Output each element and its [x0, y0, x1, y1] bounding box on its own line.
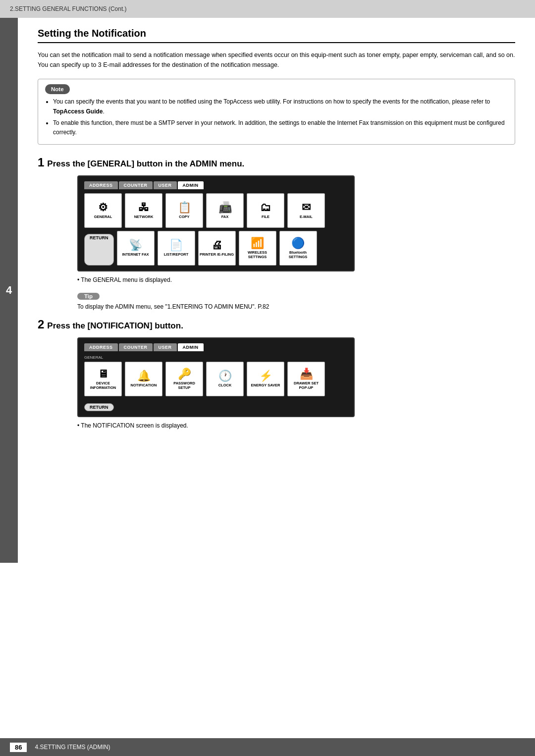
note-box: Note You can specify the events that you…: [38, 79, 515, 145]
icon-clock[interactable]: 🕐 CLOCK: [206, 362, 244, 396]
icon-notification[interactable]: 🔔 NOTIFICATION: [125, 362, 162, 396]
icon-network[interactable]: 🖧 NETWORK: [125, 193, 162, 228]
icon-bluetooth[interactable]: 🔵 Bluetooth SETTINGS: [279, 231, 317, 266]
tab-counter[interactable]: COUNTER: [119, 181, 153, 189]
icon-device-info[interactable]: 🖥 DEVICE INFORMATION: [84, 362, 122, 396]
note-label: Note: [45, 84, 70, 94]
intro-line2: You can specify up to 3 E-mail addresses…: [38, 61, 279, 68]
top-bar-text: 2.SETTING GENERAL FUNCTIONS (Cont.): [10, 5, 127, 12]
return-btn-2[interactable]: RETURN: [84, 403, 114, 411]
icon-copy[interactable]: 📋 COPY: [165, 193, 203, 228]
note-item-2: To enable this function, there must be a…: [53, 118, 508, 137]
icon-printer-efiling[interactable]: 🖨 PRINTER /E-FILING: [198, 231, 236, 266]
step2-text: Press the [NOTIFICATION] button.: [47, 321, 183, 331]
screen1-bullet: The GENERAL menu is displayed.: [77, 276, 515, 283]
icon-internet-fax[interactable]: 📡 INTERNET FAX: [117, 231, 155, 266]
step2-heading: 2 Press the [NOTIFICATION] button.: [38, 318, 515, 331]
page-number: 86: [10, 743, 27, 752]
screen1-tab-bar: ADDRESS COUNTER USER ADMIN: [84, 181, 348, 189]
icon-file[interactable]: 🗂 FILE: [247, 193, 284, 228]
icon-password-setup[interactable]: 🔑 PASSWORD SETUP: [165, 362, 203, 396]
screen2-tab-user[interactable]: USER: [154, 343, 177, 351]
note-item-1: You can specify the events that you want…: [53, 97, 508, 116]
side-tab: 4: [0, 18, 18, 563]
bottom-bar: 86 4.SETTING ITEMS (ADMIN): [0, 738, 535, 756]
side-tab-number: 4: [6, 284, 12, 297]
step1-heading: 1 Press the [GENERAL] button in the ADMI…: [38, 156, 515, 169]
screen2-tab-address[interactable]: ADDRESS: [84, 343, 118, 351]
tab-address[interactable]: ADDRESS: [84, 181, 118, 189]
tab-user[interactable]: USER: [154, 181, 177, 189]
screen2-icon-row1: 🖥 DEVICE INFORMATION 🔔 NOTIFICATION 🔑 PA…: [84, 362, 348, 396]
copy-label: COPY: [179, 215, 189, 219]
screen2-tab-counter[interactable]: COUNTER: [119, 343, 153, 351]
tab-admin[interactable]: ADMIN: [178, 181, 204, 189]
top-bar: 2.SETTING GENERAL FUNCTIONS (Cont.): [0, 0, 535, 18]
screen1-icon-row1: ⚙ GENERAL 🖧 NETWORK 📋 COPY 📠 FAX 🗂 FILE …: [84, 193, 348, 228]
section-title: Setting the Notification: [38, 28, 515, 43]
step2-number: 2: [38, 318, 44, 331]
tip-label: Tip: [77, 293, 100, 300]
icon-energy-saver[interactable]: ⚡ ENERGY SAVER: [247, 362, 284, 396]
screen2-tab-admin[interactable]: ADMIN: [178, 343, 204, 351]
main-content: Setting the Notification You can set the…: [18, 18, 535, 457]
screen2-tab-bar: ADDRESS COUNTER USER ADMIN: [84, 343, 348, 351]
icon-wireless[interactable]: 📶 WIRELESS SETTINGS: [239, 231, 276, 266]
intro-text: You can set the notification mail to sen…: [38, 50, 515, 70]
screen1-icon-row2: RETURN 📡 INTERNET FAX 📄 LIST/REPORT 🖨 PR…: [84, 231, 348, 266]
return-btn-1[interactable]: RETURN: [84, 234, 114, 266]
icon-drawer-set[interactable]: 📥 DRAWER SET POP-UP: [287, 362, 325, 396]
icon-fax[interactable]: 📠 FAX: [206, 193, 244, 228]
tip-text: To display the ADMIN menu, see "1.ENTERI…: [77, 303, 269, 310]
step1-text: Press the [GENERAL] button in the ADMIN …: [47, 159, 244, 169]
icon-list-report[interactable]: 📄 LIST/REPORT: [158, 231, 195, 266]
icon-email[interactable]: ✉ E-MAIL: [287, 193, 325, 228]
screen1-mockup: ADDRESS COUNTER USER ADMIN ⚙ GENERAL 🖧 N…: [77, 175, 355, 271]
bottom-text: 4.SETTING ITEMS (ADMIN): [35, 744, 110, 751]
intro-line1: You can set the notification mail to sen…: [38, 52, 515, 58]
tip-box: Tip To display the ADMIN menu, see "1.EN…: [77, 291, 515, 311]
screen2-sublabel: GENERAL: [84, 355, 348, 360]
step1-number: 1: [38, 156, 44, 169]
note-list: You can specify the events that you want…: [45, 97, 508, 137]
screen2-bullet: The NOTIFICATION screen is displayed.: [77, 422, 515, 429]
icon-general[interactable]: ⚙ GENERAL: [84, 193, 122, 228]
screen2-mockup: ADDRESS COUNTER USER ADMIN GENERAL 🖥 DEV…: [77, 337, 355, 417]
